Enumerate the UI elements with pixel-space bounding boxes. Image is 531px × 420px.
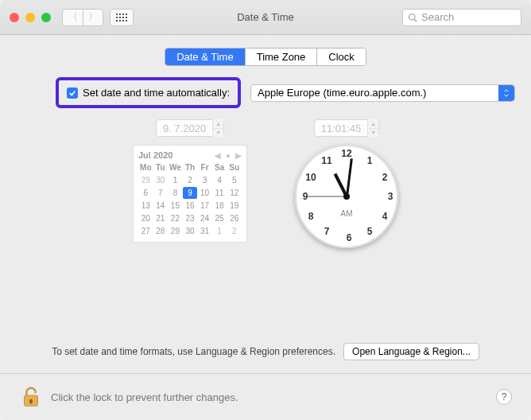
calendar-day[interactable]: 16	[183, 200, 198, 212]
calendar-day[interactable]: 27	[138, 225, 153, 237]
analog-clock: 12 1 2 3 4 5 6 7 8 9 10 11 AM	[295, 145, 398, 248]
search-field[interactable]: Search	[402, 9, 521, 26]
auto-time-label: Set date and time automatically:	[83, 87, 230, 99]
time-panel: 11:01:45 ▲▼ 12 1 2 3 4 5 6 7 8 9 10 11	[295, 119, 398, 248]
date-value: 9. 7.2020	[157, 122, 212, 134]
calendar-day[interactable]: 31	[197, 225, 212, 237]
search-placeholder: Search	[421, 11, 454, 23]
calendar-day[interactable]: 15	[168, 200, 183, 212]
calendar-day-header: Fr	[197, 163, 212, 173]
second-hand	[307, 196, 347, 197]
calendar-day[interactable]: 10	[197, 187, 212, 199]
format-hint-text: To set date and time formats, use Langua…	[52, 346, 335, 357]
calendar-day[interactable]: 11	[212, 187, 227, 199]
back-button[interactable]: 〈	[62, 9, 83, 26]
calendar-day[interactable]: 19	[227, 200, 242, 212]
calendar-day[interactable]: 21	[153, 212, 169, 224]
nav-buttons: 〈 〉	[62, 9, 103, 26]
time-field[interactable]: 11:01:45 ▲▼	[314, 119, 380, 137]
calendar-day[interactable]: 22	[168, 212, 183, 224]
auto-time-row: Set date and time automatically: Apple E…	[16, 77, 515, 108]
calendar-day[interactable]: 30	[183, 225, 198, 237]
minute-hand	[346, 158, 353, 196]
calendar-day[interactable]: 29	[168, 225, 183, 237]
calendar-day[interactable]: 2	[183, 174, 198, 186]
calendar-day[interactable]: 26	[227, 212, 242, 224]
calendar-day[interactable]: 13	[138, 200, 153, 212]
time-server-value: Apple Europe (time.euro.apple.com.)	[258, 87, 426, 99]
forward-button[interactable]: 〉	[83, 9, 103, 26]
svg-point-0	[409, 14, 416, 20]
calendar-day-header: Th	[183, 163, 198, 173]
date-panel: 9. 7.2020 ▲▼ Jul 2020 ◀ ● ▶ MoTuWeThFrSa…	[133, 119, 247, 248]
calendar-day-header: Sa	[212, 163, 227, 173]
calendar-day[interactable]: 1	[168, 174, 183, 186]
calendar[interactable]: Jul 2020 ◀ ● ▶ MoTuWeThFrSaSu29301234567…	[133, 145, 247, 243]
tab-clock[interactable]: Clock	[317, 49, 366, 65]
calendar-day[interactable]: 5	[227, 174, 242, 186]
date-time-panels: 9. 7.2020 ▲▼ Jul 2020 ◀ ● ▶ MoTuWeThFrSa…	[16, 119, 515, 248]
calendar-today-icon[interactable]: ●	[226, 151, 231, 160]
traffic-lights	[10, 13, 51, 22]
calendar-day[interactable]: 4	[212, 174, 227, 186]
format-hint-row: To set date and time formats, use Langua…	[16, 330, 515, 373]
calendar-day-header: Su	[227, 163, 242, 173]
calendar-prev-icon[interactable]: ◀	[215, 151, 221, 160]
calendar-nav: ◀ ● ▶	[215, 151, 242, 160]
calendar-day[interactable]: 20	[138, 212, 153, 224]
calendar-day[interactable]: 8	[168, 187, 183, 199]
close-window-button[interactable]	[10, 13, 19, 22]
show-all-button[interactable]	[110, 9, 134, 26]
calendar-day[interactable]: 17	[197, 200, 212, 212]
calendar-day-header: We	[168, 163, 183, 173]
calendar-day[interactable]: 18	[212, 200, 227, 212]
tab-bar: Date & Time Time Zone Clock	[16, 48, 515, 66]
zoom-window-button[interactable]	[41, 13, 51, 22]
grid-icon	[116, 14, 127, 21]
svg-line-1	[414, 19, 417, 21]
tab-time-zone[interactable]: Time Zone	[246, 49, 318, 65]
calendar-day[interactable]: 14	[153, 200, 169, 212]
time-server-dropdown[interactable]: Apple Europe (time.euro.apple.com.)	[250, 84, 515, 102]
ampm-label: AM	[341, 209, 353, 218]
date-field[interactable]: 9. 7.2020 ▲▼	[156, 119, 224, 137]
tab-date-time[interactable]: Date & Time	[165, 49, 246, 65]
calendar-day[interactable]: 24	[197, 212, 212, 224]
preferences-window: 〈 〉 Date & Time Search Date & Time Time …	[0, 0, 531, 420]
calendar-day[interactable]: 3	[197, 174, 212, 186]
calendar-day[interactable]: 9	[183, 187, 198, 199]
dropdown-arrow-icon	[498, 85, 514, 101]
time-stepper[interactable]: ▲▼	[367, 119, 378, 137]
time-value: 11:01:45	[315, 122, 368, 134]
content-area: Date & Time Time Zone Clock Set date and…	[0, 35, 531, 420]
checkmark-icon	[68, 89, 76, 97]
calendar-day[interactable]: 2	[227, 225, 242, 237]
calendar-day[interactable]: 30	[153, 174, 169, 186]
lock-text: Click the lock to prevent further change…	[51, 391, 238, 403]
highlight-box: Set date and time automatically:	[56, 77, 241, 108]
calendar-day[interactable]: 28	[153, 225, 169, 237]
svg-rect-3	[29, 399, 33, 404]
calendar-day-header: Mo	[138, 163, 153, 173]
minimize-window-button[interactable]	[25, 13, 35, 22]
calendar-month-label: Jul 2020	[138, 150, 172, 160]
calendar-next-icon[interactable]: ▶	[235, 151, 242, 160]
calendar-day[interactable]: 29	[138, 174, 153, 186]
calendar-day[interactable]: 23	[183, 212, 198, 224]
calendar-day[interactable]: 1	[212, 225, 227, 237]
lock-row: Click the lock to prevent further change…	[16, 374, 515, 420]
titlebar: 〈 〉 Date & Time Search	[0, 0, 531, 35]
calendar-day[interactable]: 7	[153, 187, 169, 199]
search-icon	[408, 13, 417, 22]
auto-time-checkbox[interactable]	[67, 88, 78, 99]
calendar-day[interactable]: 25	[212, 212, 227, 224]
open-language-region-button[interactable]: Open Language & Region...	[343, 343, 479, 360]
calendar-day-header: Tu	[153, 163, 169, 173]
help-button[interactable]: ?	[496, 389, 512, 405]
calendar-day[interactable]: 12	[227, 187, 242, 199]
lock-icon[interactable]	[19, 385, 43, 409]
date-stepper[interactable]: ▲▼	[212, 119, 223, 137]
calendar-day[interactable]: 6	[138, 187, 153, 199]
